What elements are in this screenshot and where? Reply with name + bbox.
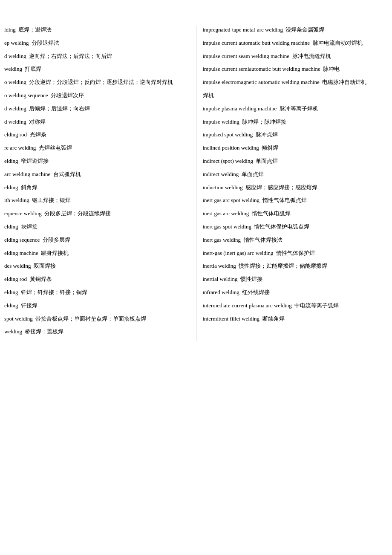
right-entry: inertia welding 惯性焊接；贮能摩擦焊；储能摩擦焊 (203, 262, 388, 271)
entry-en: elding rod (4, 131, 27, 138)
left-column: lding 底焊；退焊法ep welding 分段退焊法d welding 逆向… (0, 26, 194, 341)
entry-en: elding (4, 184, 18, 191)
entry-en: o welding sequence (4, 92, 48, 98)
entry-zh: 光焊条 (30, 131, 46, 138)
entry-zh: 锻工焊接；锻焊 (32, 197, 71, 203)
right-entry: induction welding 感应焊；感应焊接；感应熔焊 (203, 183, 388, 192)
entry-zh: 惰性气体电弧焊 (252, 210, 291, 217)
entry-zh: 脉冲电流缝焊机 (292, 53, 331, 59)
left-entry: equence welding 分段多层焊；分段连续焊接 (4, 209, 190, 218)
entry-en: infrared welding (203, 289, 239, 295)
entry-en: elding sequence (4, 237, 40, 243)
left-entry: welding 打底焊 (4, 65, 190, 74)
right-entry: impulsed spot welding 脉冲点焊 (203, 130, 388, 139)
entry-en: impulsed spot welding (203, 131, 253, 138)
right-entry: intermittent fillet welding 断续角焊 (203, 315, 388, 324)
left-entry: welding 桥接焊；盖板焊 (4, 327, 190, 336)
entry-zh: 后倾焊；后退焊；向右焊 (29, 105, 90, 112)
entry-zh: 打底焊 (25, 66, 41, 72)
left-entry: elding 钎接焊 (4, 301, 190, 310)
left-entry: elding 钎焊；钎焊接；钎接；铜焊 (4, 288, 190, 297)
left-entry: ith welding 锻工焊接；锻焊 (4, 196, 190, 205)
entry-zh: 脉冲电流自动对焊机 (313, 40, 363, 46)
entry-en: inclined position welding (203, 145, 259, 151)
entry-zh: 电磁脉冲自动焊机 (322, 79, 366, 85)
entry-zh: 钎接焊 (21, 302, 37, 309)
entry-en: intermediate current plasma arc welding (203, 302, 292, 309)
entry-zh: 焊机 (203, 92, 214, 98)
left-entry: ep welding 分段退焊法 (4, 39, 190, 48)
entry-zh: 断续角焊 (262, 315, 285, 322)
entry-zh: 罐身焊接机 (41, 250, 69, 256)
left-entry: o welding 分段逆焊；分段退焊；反向焊；逐步退焊法；逆向焊对焊机 (4, 78, 190, 87)
entry-en: lding (4, 26, 16, 33)
entry-en: elding (4, 289, 18, 295)
entry-zh: 桥接焊；盖板焊 (25, 328, 63, 335)
entry-zh: 中电流等离子弧焊 (294, 302, 339, 309)
entry-zh: 分段退焊次序 (51, 92, 84, 98)
entry-en: intermittent fillet welding (203, 315, 260, 322)
entry-zh: 带接合板点焊；单面衬垫点焊；单面搭板点焊 (35, 315, 146, 322)
right-entry: impulse current semiautomatic butt weldi… (203, 65, 388, 74)
right-entry: infrared welding 红外线焊接 (203, 288, 388, 297)
right-entry: indirect (spot) welding 单面点焊 (203, 157, 388, 166)
left-entry: re arc welding 光焊丝电弧焊 (4, 144, 190, 153)
entry-zh: 惯性焊接；贮能摩擦焊；储能摩擦焊 (239, 263, 327, 269)
left-entry: d welding 后倾焊；后退焊；向右焊 (4, 104, 190, 113)
entry-en: elding (4, 302, 18, 309)
entry-zh: 黄铜焊条 (30, 276, 52, 282)
entry-en: re arc welding (4, 145, 36, 151)
left-entry: o welding sequence 分段退焊次序 (4, 91, 190, 100)
entry-en: inert gas spot welding (203, 223, 251, 230)
entry-zh: 脉冲等离子焊机 (280, 105, 318, 112)
left-entry: elding 窄焊道焊接 (4, 157, 190, 166)
entry-en: inert gas arc spot welding (203, 197, 260, 203)
right-entry: indirect welding 单面点焊 (203, 170, 388, 179)
entry-en: welding (4, 328, 22, 335)
entry-en: inertial welding (203, 276, 238, 282)
entry-en: arc welding machine (4, 171, 50, 177)
right-entry: inert gas arc spot welding 惰性气体电弧点焊 (203, 196, 388, 205)
left-entry: d welding 逆向焊；右焊法；后焊法；向后焊 (4, 52, 190, 61)
entry-zh: 分段多层焊；分段连续焊接 (44, 210, 111, 217)
entry-zh: 块焊接 (21, 223, 37, 230)
entry-en: welding (4, 66, 22, 72)
right-entry: inclined position welding 倾斜焊 (203, 144, 388, 153)
entry-en: elding rod (4, 276, 27, 282)
entry-zh: 窄焊道焊接 (21, 158, 49, 164)
entry-zh: 逆向焊；右焊法；后焊法；向后焊 (29, 53, 112, 59)
left-entry: elding rod 黄铜焊条 (4, 275, 190, 284)
column-divider (196, 26, 196, 341)
entry-zh: 倾斜焊 (262, 145, 278, 151)
entry-zh: 台式弧焊机 (53, 171, 81, 177)
left-entry: d welding 对称焊 (4, 118, 190, 127)
entry-en: d welding (4, 53, 26, 59)
entry-zh: 光焊丝电弧焊 (39, 145, 72, 151)
entry-en: inert gas welding (203, 237, 241, 243)
right-entry: impulse electromagnetic automatic weldin… (203, 78, 388, 87)
entry-en: inert gas arc welding (203, 210, 249, 217)
entry-zh: 惰性气体电弧点焊 (262, 197, 307, 203)
entry-en: d welding (4, 105, 26, 112)
entry-zh: 底焊；退焊法 (18, 26, 52, 33)
entry-zh: 脉冲电 (323, 66, 340, 72)
right-entry: impulse welding 脉冲焊；脉冲焊接 (203, 118, 388, 127)
entry-zh: 钎焊；钎焊接；钎接；铜焊 (21, 289, 87, 295)
right-entry: 焊机 (203, 91, 388, 100)
entry-en: d welding (4, 119, 26, 125)
left-entry: spot welding 带接合板点焊；单面衬垫点焊；单面搭板点焊 (4, 315, 190, 324)
right-entry: inert gas arc welding 惰性气体电弧焊 (203, 209, 388, 218)
entry-zh: 分段逆焊；分段退焊；反向焊；逐步退焊法；逆向焊对焊机 (29, 79, 173, 85)
left-entry: des welding 双面焊接 (4, 262, 190, 271)
entry-zh: 单面点焊 (256, 158, 278, 164)
left-entry: elding rod 光焊条 (4, 130, 190, 139)
dictionary-layout: lding 底焊；退焊法ep welding 分段退焊法d welding 逆向… (0, 26, 392, 341)
entry-en: impulse welding (203, 119, 239, 125)
right-entry: impulse plasma welding machine 脉冲等离子焊机 (203, 104, 388, 113)
left-entry: elding sequence 分段多层焊 (4, 236, 190, 245)
entry-zh: 感应焊；感应焊接；感应熔焊 (245, 184, 317, 191)
entry-zh: 单面点焊 (242, 171, 264, 177)
entry-zh: 惯性焊接 (240, 276, 262, 282)
entry-en: impulse current automatic butt welding m… (203, 40, 310, 46)
right-entry: impregnated-tape metal-arc welding 浸焊条金属… (203, 26, 388, 35)
